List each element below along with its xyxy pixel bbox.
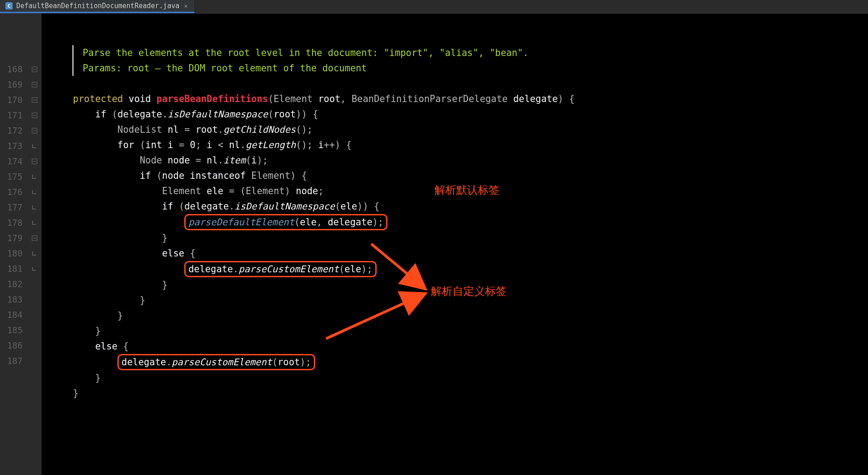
close-icon[interactable]: ✕ xyxy=(183,2,188,9)
code-line-174: Element ele = (Element) node; xyxy=(51,186,324,196)
code-line-172: Node node = nl.item(i); xyxy=(51,155,268,166)
annotation-custom-tag: 解析自定义标签 xyxy=(431,284,507,299)
line-number: 179 xyxy=(0,230,23,246)
line-number: 169 xyxy=(0,77,23,92)
fold-marker xyxy=(27,215,42,230)
line-number: 170 xyxy=(0,92,23,107)
code-line-180: } xyxy=(51,279,168,290)
line-number: 184 xyxy=(0,307,23,322)
code-line-184: else { xyxy=(51,341,129,352)
fold-marker xyxy=(27,169,42,184)
fold-marker xyxy=(27,261,42,276)
fold-marker xyxy=(27,184,42,200)
highlight-parseDefaultElement: parseDefaultElement(ele, delegate); xyxy=(184,214,387,230)
code-content[interactable]: Parse the elements at the root level in … xyxy=(42,14,868,475)
editor-area: 1681691701711721731741751761771781791801… xyxy=(0,14,868,475)
editor-tab[interactable]: C DefaultBeanDefinitionDocumentReader.ja… xyxy=(0,0,195,13)
code-line-179: delegate.parseCustomElement(ele); xyxy=(51,264,377,275)
code-line-182: } xyxy=(51,310,123,321)
fold-marker xyxy=(27,200,42,215)
line-number: 187 xyxy=(0,353,23,368)
code-line-168: protected void parseBeanDefinitions(Elem… xyxy=(51,93,574,104)
line-number: 174 xyxy=(0,154,23,169)
code-line-181: } xyxy=(51,295,145,306)
fold-marker[interactable] xyxy=(27,92,42,107)
line-number: 181 xyxy=(0,261,23,276)
code-line-178: else { xyxy=(51,248,196,259)
line-number: 177 xyxy=(0,200,23,215)
code-line-183: } xyxy=(51,326,101,336)
code-line-177: } xyxy=(51,233,168,243)
svg-line-15 xyxy=(326,293,425,339)
tab-title: DefaultBeanDefinitionDocumentReader.java xyxy=(16,2,179,10)
fold-marker[interactable] xyxy=(27,77,42,92)
arrow-icon-2 xyxy=(322,289,439,348)
code-line-170: NodeList nl = root.getChildNodes(); xyxy=(51,124,313,135)
fold-marker[interactable] xyxy=(27,107,42,123)
line-number: 175 xyxy=(0,169,23,184)
code-line-171: for (int i = 0; i < nl.getLength(); i++)… xyxy=(51,140,352,150)
line-number: 182 xyxy=(0,276,23,292)
line-number: 176 xyxy=(0,184,23,200)
code-line-173: if (node instanceof Element) { xyxy=(51,170,307,181)
line-number: 178 xyxy=(0,215,23,230)
tab-bar: C DefaultBeanDefinitionDocumentReader.ja… xyxy=(0,0,868,14)
highlight-parseCustomElement-2: delegate.parseCustomElement(root); xyxy=(117,354,315,370)
javadoc-block: Parse the elements at the root level in … xyxy=(72,45,868,76)
java-class-icon: C xyxy=(5,2,13,9)
code-line-169: if (delegate.isDefaultNamespace(root)) { xyxy=(51,109,318,120)
arrow-icon-1 xyxy=(367,239,439,303)
line-number: 186 xyxy=(0,338,23,353)
line-number: 185 xyxy=(0,322,23,338)
code-line-186: } xyxy=(51,373,101,383)
annotation-default-tag: 解析默认标签 xyxy=(434,182,499,198)
line-number: 180 xyxy=(0,246,23,261)
code-line-175: if (delegate.isDefaultNamespace(ele)) { xyxy=(51,201,379,212)
line-number: 183 xyxy=(0,292,23,307)
line-number: 171 xyxy=(0,107,23,123)
fold-marker xyxy=(27,138,42,154)
fold-marker[interactable] xyxy=(27,230,42,246)
code-line-185: delegate.parseCustomElement(root); xyxy=(51,357,315,368)
doc-line-2: Params: root – the DOM root element of t… xyxy=(83,63,367,74)
fold-marker[interactable] xyxy=(27,123,42,138)
line-gutter: 1681691701711721731741751761771781791801… xyxy=(0,14,27,475)
code-line-187: } xyxy=(51,388,79,399)
fold-marker xyxy=(27,246,42,261)
line-number: 172 xyxy=(0,123,23,138)
highlight-parseCustomElement-1: delegate.parseCustomElement(ele); xyxy=(184,261,376,277)
fold-gutter xyxy=(27,14,42,475)
svg-line-14 xyxy=(371,244,425,289)
fold-marker[interactable] xyxy=(27,154,42,169)
line-number: 173 xyxy=(0,138,23,154)
code-line-176: parseDefaultElement(ele, delegate); xyxy=(51,217,387,228)
doc-line-1: Parse the elements at the root level in … xyxy=(83,47,528,58)
fold-marker[interactable] xyxy=(27,61,42,77)
line-number: 168 xyxy=(0,61,23,77)
